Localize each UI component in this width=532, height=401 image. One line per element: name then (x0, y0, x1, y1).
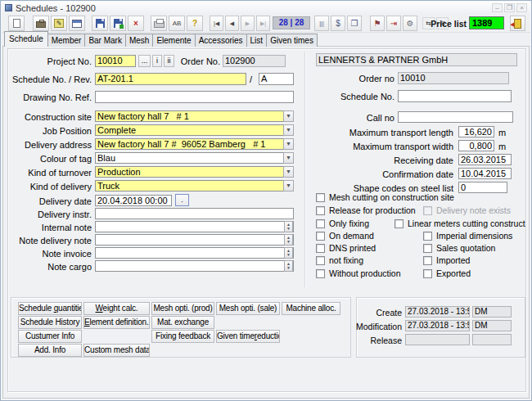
checkbox-imported[interactable]: Imported (423, 255, 470, 265)
delivery-date-picker-button[interactable]: . (175, 194, 189, 206)
dropdown-icon[interactable]: ▼ (283, 124, 294, 136)
mesh-opti-prod-button[interactable]: Mesh opti. (prod) (151, 302, 214, 315)
fixing-feedback-button[interactable]: Fixing feedback (151, 330, 214, 343)
dropdown-icon[interactable]: ▼ (283, 152, 294, 164)
mat-exchange-button[interactable]: Mat. exchange (151, 316, 214, 329)
schedule-no-right-field[interactable] (398, 90, 512, 102)
schedule-quantities-button[interactable]: Schedule quantities (18, 302, 82, 315)
custumer-info-button[interactable]: Custumer Info (18, 330, 82, 343)
dropdown-icon[interactable]: ▼ (283, 180, 294, 191)
spin-down-icon[interactable]: ▼ (286, 227, 291, 231)
delivery-address-combo[interactable]: New factory hall 7 # 96052 Bamberg # 1 (95, 138, 284, 150)
spinner[interactable]: ▲▼ (284, 234, 293, 246)
checkbox-on-demand[interactable]: On demand (316, 231, 374, 241)
import-button[interactable]: ⇥ (386, 16, 401, 31)
element-definition-button[interactable]: Element definition... (83, 316, 150, 329)
job-position-combo[interactable]: Complete (95, 124, 284, 136)
colour-of-tag-combo[interactable]: Blau (95, 152, 284, 164)
delivery-date-field[interactable]: 20.04.2018 00:00 (95, 195, 172, 206)
checkbox-dns-printed[interactable]: DNS printed (316, 243, 376, 253)
tab-mesh[interactable]: Mesh (125, 34, 153, 47)
machine-button[interactable]: ⚙ (403, 16, 417, 31)
max-transport-length-field[interactable]: 16,620 (458, 126, 494, 137)
previous-record-button[interactable]: ◀ (225, 16, 239, 31)
delete-button[interactable]: × (128, 16, 144, 31)
checkbox-box[interactable] (316, 206, 325, 215)
checkbox-box[interactable] (423, 232, 432, 241)
spinner[interactable]: ▲▼ (284, 260, 293, 272)
tab-schedule[interactable]: Schedule (4, 31, 48, 47)
schedule-no-field[interactable]: AT-201.1 (95, 73, 246, 85)
checkbox-without-production[interactable]: Without production (316, 268, 401, 278)
construction-site-combo[interactable]: New factory hall 7 # 1 (95, 110, 284, 122)
checkbox-box[interactable] (316, 193, 325, 202)
kind-of-turnover-combo[interactable]: Production (95, 166, 284, 178)
copy-button[interactable]: ❐ (347, 16, 362, 31)
dropdown-icon[interactable]: ▼ (283, 110, 294, 122)
max-transport-width-field[interactable]: 0,800 (458, 140, 494, 151)
call-no-field[interactable] (398, 111, 513, 123)
checkbox-box[interactable] (423, 244, 432, 253)
custom-mesh-data-button[interactable]: Custom mesh data (83, 344, 150, 357)
spin-down-icon[interactable]: ▼ (286, 240, 291, 244)
dropdown-icon[interactable]: ▼ (283, 138, 294, 150)
checkbox-imperial-dimensions[interactable]: Imperial dimensions (423, 231, 512, 241)
given-timereduction-button[interactable]: Given timereduction (216, 330, 280, 343)
last-record-button[interactable]: ▶| (256, 16, 270, 31)
checkbox-box[interactable] (316, 244, 325, 253)
exit-button[interactable] (510, 16, 525, 31)
price-list-value[interactable]: 1389 (469, 16, 504, 29)
mesh-opti-sale-button[interactable]: Mesh opti. (sale) (216, 302, 280, 315)
print-button[interactable] (151, 16, 167, 31)
flag-button[interactable]: ⚑ (370, 16, 385, 31)
project-button[interactable] (33, 16, 49, 31)
barcode-button[interactable]: ||| (314, 16, 329, 31)
spin-down-icon[interactable]: ▼ (286, 253, 291, 257)
spin-down-icon[interactable]: ▼ (286, 266, 291, 270)
note-invoice-field[interactable] (95, 247, 294, 259)
tab-member[interactable]: Member (47, 34, 86, 47)
checkbox-linear-meters[interactable]: Linear meters cutting construct (394, 219, 525, 228)
first-record-button[interactable]: |◀ (210, 16, 223, 31)
tab-bar-mark[interactable]: Bar Mark (84, 34, 126, 47)
save-button[interactable] (92, 16, 108, 31)
checkbox-box[interactable] (316, 256, 325, 265)
close-icon[interactable]: × (516, 3, 527, 12)
checkbox-release-for-production[interactable]: Release for production (316, 205, 416, 215)
tab-accessories[interactable]: Accessories (195, 34, 247, 47)
revision-field[interactable]: A (259, 73, 294, 85)
checkbox-not-fixing[interactable]: not fixing (316, 255, 363, 265)
ab-button[interactable]: AB (169, 16, 185, 31)
edit-button[interactable]: ✎ (51, 16, 67, 31)
checkbox-only-fixing[interactable]: Only fixing (316, 219, 369, 228)
checkbox-box[interactable] (316, 219, 325, 228)
shape-codes-field[interactable]: 0 (458, 182, 507, 193)
receiving-date-field[interactable]: 26.03.2015 (458, 154, 512, 165)
checkbox-box[interactable] (316, 232, 325, 241)
schedule-history-button[interactable]: Schedule History (18, 316, 82, 329)
checkbox-mesh-cutting[interactable]: Mesh cutting on construction site (316, 192, 454, 202)
delivery-instr-field[interactable] (95, 208, 294, 219)
help-button[interactable]: ? (187, 16, 203, 31)
checkbox-box[interactable] (316, 269, 325, 278)
project-lookup-button[interactable]: ... (138, 55, 151, 67)
add-info-button[interactable]: Add. Info (18, 344, 82, 357)
checkbox-box[interactable] (394, 219, 404, 228)
machine-alloc-button[interactable]: Machine alloc. (282, 302, 340, 315)
price-button[interactable]: $ (331, 16, 345, 31)
weight-calc-button[interactable]: Weight calc. (83, 302, 150, 315)
internal-note-field[interactable] (95, 221, 294, 232)
next-record-button[interactable]: ▶ (241, 16, 255, 31)
minimize-icon[interactable]: – (492, 3, 503, 12)
checkbox-sales-quotation[interactable]: Sales quotation (423, 243, 495, 253)
confirmation-date-field[interactable]: 10.04.2015 (458, 168, 512, 179)
note-delivery-note-field[interactable] (95, 234, 294, 246)
tab-given-times[interactable]: Given times (266, 34, 318, 47)
note-cargo-field[interactable] (95, 260, 294, 272)
drawing-no-field[interactable] (95, 91, 294, 103)
kind-of-delivery-combo[interactable]: Truck (95, 180, 284, 191)
checkbox-exported[interactable]: Exported (423, 268, 471, 278)
table-button[interactable] (69, 16, 85, 31)
spinner[interactable]: ▲▼ (284, 247, 293, 259)
spinner[interactable]: ▲▼ (284, 221, 293, 232)
